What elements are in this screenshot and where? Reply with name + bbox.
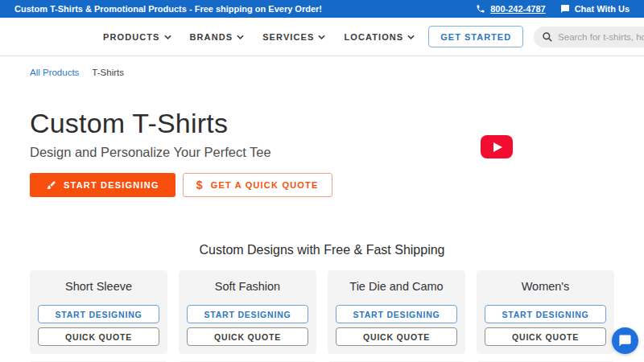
start-designing-button[interactable]: START DESIGNING xyxy=(30,173,175,197)
phone-icon xyxy=(476,4,485,14)
category-card-short-sleeve: Short Sleeve START DESIGNING QUICK QUOTE xyxy=(30,270,167,354)
paint-brush-icon xyxy=(46,180,56,191)
chat-with-us-label: Chat With Us xyxy=(575,4,630,14)
breadcrumb: All Products T-Shirts xyxy=(0,56,644,77)
breadcrumb-current: T-Shirts xyxy=(92,68,124,77)
card-start-designing-button[interactable]: START DESIGNING xyxy=(187,305,308,323)
category-card-tie-die-camo: Tie Die and Camo START DESIGNING QUICK Q… xyxy=(328,270,465,354)
chat-bubble-icon xyxy=(618,334,632,348)
card-start-designing-button[interactable]: START DESIGNING xyxy=(485,305,606,323)
main-header: PRODUCTS BRANDS SERVICES LOCATIONS GET S… xyxy=(0,18,644,56)
card-start-designing-button[interactable]: START DESIGNING xyxy=(38,305,159,323)
nav-item-locations[interactable]: LOCATIONS xyxy=(344,32,415,42)
card-quick-quote-button[interactable]: QUICK QUOTE xyxy=(485,327,606,346)
card-title: Soft Fashion xyxy=(187,280,308,293)
search-bar[interactable] xyxy=(534,27,644,47)
start-designing-label: START DESIGNING xyxy=(64,180,159,190)
card-start-designing-button[interactable]: START DESIGNING xyxy=(336,305,457,323)
breadcrumb-all-products[interactable]: All Products xyxy=(30,68,79,77)
page-title: Custom T-Shirts xyxy=(30,108,644,139)
chat-bubble-icon xyxy=(560,4,570,14)
chevron-down-icon xyxy=(164,35,171,39)
play-icon xyxy=(493,142,502,152)
nav-brands-label: BRANDS xyxy=(190,32,233,42)
search-input[interactable] xyxy=(558,32,644,42)
hero-section: Custom T-Shirts Design and Personalize Y… xyxy=(0,77,644,197)
card-quick-quote-button[interactable]: QUICK QUOTE xyxy=(38,327,159,346)
main-nav: PRODUCTS BRANDS SERVICES LOCATIONS xyxy=(103,32,415,42)
category-card-womens: Women's START DESIGNING QUICK QUOTE xyxy=(477,270,614,354)
card-quick-quote-button[interactable]: QUICK QUOTE xyxy=(336,327,457,346)
card-title: Short Sleeve xyxy=(38,280,159,293)
chat-widget-button[interactable] xyxy=(612,327,638,354)
search-icon xyxy=(542,31,553,43)
category-card-soft-fashion: Soft Fashion START DESIGNING QUICK QUOTE xyxy=(179,270,316,354)
promo-bar: Custom T-Shirts & Promotional Products -… xyxy=(0,0,644,18)
dollar-icon: $ xyxy=(196,179,204,191)
chat-with-us-link[interactable]: Chat With Us xyxy=(560,4,630,14)
quick-quote-button[interactable]: $ GET A QUICK QUOTE xyxy=(183,173,332,197)
nav-item-services[interactable]: SERVICES xyxy=(262,32,325,42)
category-card-grid: Short Sleeve START DESIGNING QUICK QUOTE… xyxy=(30,270,614,362)
nav-locations-label: LOCATIONS xyxy=(344,32,403,42)
phone-link[interactable]: 800-242-4787 xyxy=(476,4,546,14)
promo-text: Custom T-Shirts & Promotional Products -… xyxy=(14,4,322,14)
chevron-down-icon xyxy=(237,35,244,39)
hero-subtitle: Design and Personalize Your Perfect Tee xyxy=(30,145,644,160)
nav-services-label: SERVICES xyxy=(262,32,314,42)
nav-item-brands[interactable]: BRANDS xyxy=(190,32,245,42)
get-started-button[interactable]: GET STARTED xyxy=(428,26,523,47)
nav-item-products[interactable]: PRODUCTS xyxy=(103,32,171,42)
chevron-down-icon xyxy=(318,35,325,39)
nav-products-label: PRODUCTS xyxy=(103,32,160,42)
card-title: Tie Die and Camo xyxy=(336,280,457,293)
card-title: Women's xyxy=(485,280,606,293)
card-quick-quote-button[interactable]: QUICK QUOTE xyxy=(187,327,308,346)
quick-quote-label: GET A QUICK QUOTE xyxy=(211,180,319,190)
chevron-down-icon xyxy=(407,35,415,39)
section-heading: Custom Designs with Free & Fast Shipping xyxy=(0,243,644,257)
youtube-play-button[interactable] xyxy=(481,135,513,158)
phone-number: 800-242-4787 xyxy=(490,4,546,14)
